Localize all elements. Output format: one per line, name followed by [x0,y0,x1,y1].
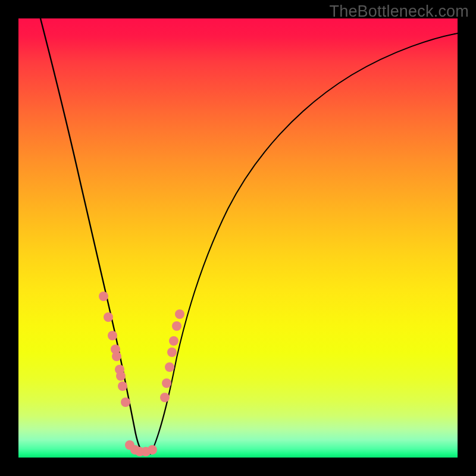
left-curve [40,18,143,453]
data-dot [148,445,157,455]
data-dot [169,336,178,346]
data-dot [172,321,181,331]
data-dot [162,378,171,388]
data-dot [175,309,184,319]
plot-area [18,18,458,458]
data-dot [99,292,108,301]
watermark: TheBottleneck.com [329,2,469,21]
right-curve [151,33,458,454]
data-dot [108,331,117,340]
chart-frame: TheBottleneck.com [0,0,476,476]
data-dot [121,397,130,407]
data-dot [104,312,113,322]
data-dots [99,292,184,456]
data-dot [118,381,127,391]
data-dot [167,347,177,357]
data-dot [112,352,121,361]
data-dot [116,371,126,381]
data-dot [160,393,170,402]
data-dot [165,362,174,372]
curve-layer [18,18,458,458]
